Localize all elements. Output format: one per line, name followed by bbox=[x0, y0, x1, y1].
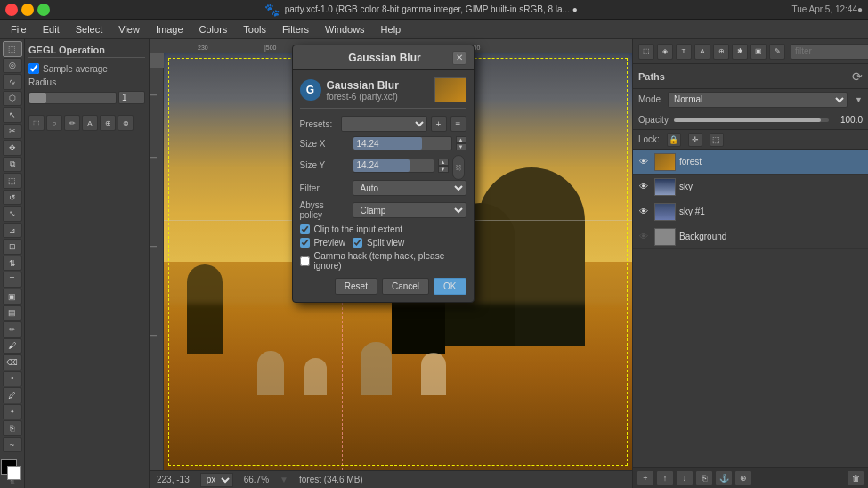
menu-select[interactable]: Select bbox=[69, 22, 110, 37]
menu-filters[interactable]: Filters bbox=[275, 22, 316, 37]
tool-scale[interactable]: ⤡ bbox=[3, 206, 22, 222]
tool-select-by-color[interactable]: ↖ bbox=[3, 107, 22, 123]
abyss-select[interactable]: Clamp bbox=[353, 202, 466, 218]
sample-average-checkbox[interactable] bbox=[28, 63, 39, 74]
minimize-button[interactable] bbox=[21, 4, 34, 16]
filter-icon-6[interactable]: ✱ bbox=[732, 44, 748, 60]
opt-icon-1[interactable]: ⬚ bbox=[28, 115, 45, 131]
tool-ink[interactable]: 🖊 bbox=[3, 387, 22, 403]
preset-add-button[interactable]: + bbox=[431, 116, 447, 132]
presets-select[interactable] bbox=[341, 116, 427, 132]
layer-item-background[interactable]: 👁 Background bbox=[633, 224, 868, 249]
tool-rectangle-select[interactable]: ⬚ bbox=[3, 41, 22, 57]
layer-item-sky[interactable]: 👁 sky bbox=[633, 175, 868, 199]
menu-view[interactable]: View bbox=[111, 22, 147, 37]
raise-layer-button[interactable]: ↑ bbox=[656, 470, 674, 486]
tool-airbrush[interactable]: ∘ bbox=[3, 371, 22, 387]
menu-windows[interactable]: Windows bbox=[318, 22, 372, 37]
chain-link-icon[interactable]: ⛓ bbox=[452, 155, 465, 180]
opt-icon-3[interactable]: ✏ bbox=[64, 115, 80, 131]
menu-edit[interactable]: Edit bbox=[36, 22, 67, 37]
menu-help[interactable]: Help bbox=[374, 22, 409, 37]
preset-menu-button[interactable]: ≡ bbox=[450, 116, 466, 132]
lock-position-button[interactable]: ✛ bbox=[688, 133, 702, 147]
tool-blend[interactable]: ▤ bbox=[3, 305, 22, 321]
filter-icon-3[interactable]: T bbox=[676, 44, 692, 60]
filter-icon-2[interactable]: ◈ bbox=[657, 44, 673, 60]
preview-checkbox[interactable] bbox=[300, 238, 310, 248]
tool-move[interactable]: ✥ bbox=[3, 140, 22, 156]
tool-pencil[interactable]: ✏ bbox=[3, 321, 22, 338]
window-controls[interactable] bbox=[5, 4, 50, 16]
tool-rotate[interactable]: ↺ bbox=[3, 190, 22, 206]
filter-icon-5[interactable]: ⊕ bbox=[713, 44, 729, 60]
split-view-checkbox[interactable] bbox=[353, 238, 362, 248]
filter-icon-7[interactable]: ▣ bbox=[750, 44, 767, 60]
cancel-button[interactable]: Cancel bbox=[382, 278, 429, 295]
layer-eye-forest[interactable]: 👁 bbox=[637, 155, 651, 169]
radius-slider[interactable] bbox=[28, 92, 117, 104]
tool-ellipse-select[interactable]: ◎ bbox=[3, 58, 22, 74]
layer-eye-sky1[interactable]: 👁 bbox=[637, 205, 651, 219]
tool-perspective[interactable]: ⊡ bbox=[3, 239, 22, 255]
tool-scissors[interactable]: ✂ bbox=[3, 124, 22, 140]
menu-colors[interactable]: Colors bbox=[192, 22, 235, 37]
filter-icon-4[interactable]: A bbox=[694, 44, 710, 60]
opt-icon-4[interactable]: A bbox=[82, 115, 98, 131]
menu-image[interactable]: Image bbox=[149, 22, 191, 37]
opt-icon-5[interactable]: ⊕ bbox=[100, 115, 116, 131]
filter-search-input[interactable] bbox=[791, 44, 868, 60]
ok-button[interactable]: OK bbox=[434, 278, 466, 295]
lower-layer-button[interactable]: ↓ bbox=[676, 470, 694, 486]
unit-select[interactable]: px bbox=[200, 473, 233, 487]
menu-tools[interactable]: Tools bbox=[236, 22, 273, 37]
gamma-hack-checkbox[interactable] bbox=[300, 256, 310, 266]
tool-align[interactable]: ⧉ bbox=[3, 157, 22, 173]
delete-layer-button[interactable]: 🗑 bbox=[847, 470, 864, 486]
new-layer-button[interactable]: + bbox=[637, 470, 654, 486]
merge-layers-button[interactable]: ⊕ bbox=[734, 470, 752, 486]
tool-smudge[interactable]: ~ bbox=[3, 437, 22, 453]
layer-item-forest[interactable]: 👁 forest bbox=[633, 150, 868, 175]
menu-file[interactable]: File bbox=[4, 22, 34, 37]
opacity-slider[interactable] bbox=[674, 118, 829, 122]
background-color[interactable] bbox=[7, 466, 21, 480]
size-x-spinner[interactable]: ▲ ▼ bbox=[456, 136, 466, 150]
size-x-slider[interactable]: 14.24 bbox=[353, 136, 452, 150]
tool-text[interactable]: T bbox=[3, 272, 22, 288]
filter-select[interactable]: Auto bbox=[353, 180, 466, 196]
duplicate-layer-button[interactable]: ⎘ bbox=[695, 470, 713, 486]
reset-button[interactable]: Reset bbox=[335, 278, 377, 295]
tool-heal[interactable]: ✦ bbox=[3, 404, 22, 420]
layer-eye-sky[interactable]: 👁 bbox=[637, 180, 651, 194]
tool-flip[interactable]: ⇅ bbox=[3, 256, 22, 272]
layer-mode-select[interactable]: Normal bbox=[668, 92, 848, 108]
size-y-down[interactable]: ▼ bbox=[438, 166, 449, 173]
tool-fuzzy-select[interactable]: ⬡ bbox=[3, 91, 22, 107]
layer-item-sky1[interactable]: 👁 sky #1 bbox=[633, 199, 868, 224]
tool-clone[interactable]: ⎘ bbox=[3, 420, 22, 436]
filter-icon-8[interactable]: ✎ bbox=[769, 44, 785, 60]
tool-crop[interactable]: ⬚ bbox=[3, 173, 22, 189]
tool-paintbrush[interactable]: 🖌 bbox=[3, 338, 22, 354]
lock-alpha-button[interactable]: ⬚ bbox=[710, 133, 724, 147]
layer-eye-background[interactable]: 👁 bbox=[637, 230, 651, 244]
size-y-spinner[interactable]: ▲ ▼ bbox=[438, 159, 449, 173]
maximize-button[interactable] bbox=[37, 4, 50, 16]
paths-refresh-icon[interactable]: ⟳ bbox=[852, 69, 863, 84]
size-y-slider[interactable]: 14.24 bbox=[353, 159, 434, 173]
filter-icon-1[interactable]: ⬚ bbox=[638, 44, 654, 60]
tool-free-select[interactable]: ∿ bbox=[3, 74, 22, 90]
lock-pixels-button[interactable]: 🔒 bbox=[667, 133, 681, 147]
dialog-close-button[interactable]: ✕ bbox=[452, 51, 466, 65]
radius-input[interactable] bbox=[118, 91, 145, 104]
opt-icon-6[interactable]: ⊗ bbox=[118, 115, 134, 131]
size-x-down[interactable]: ▼ bbox=[456, 143, 466, 150]
close-button[interactable] bbox=[5, 4, 18, 16]
tool-eraser[interactable]: ⌫ bbox=[3, 354, 22, 370]
size-x-up[interactable]: ▲ bbox=[456, 136, 466, 143]
tool-bucket-fill[interactable]: ▣ bbox=[3, 289, 22, 305]
clip-input-checkbox[interactable] bbox=[300, 224, 310, 234]
size-y-up[interactable]: ▲ bbox=[438, 159, 449, 166]
tool-shear[interactable]: ⊿ bbox=[3, 223, 22, 239]
